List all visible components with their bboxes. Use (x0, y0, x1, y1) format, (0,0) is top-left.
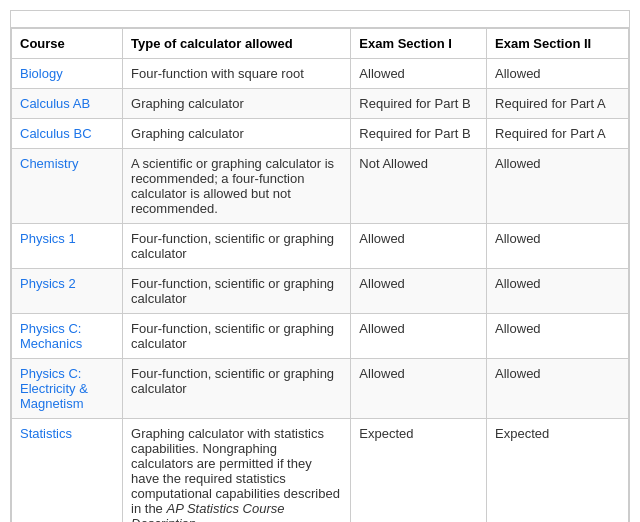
table-row: StatisticsGraphing calculator with stati… (12, 419, 629, 523)
table-row: Physics 2Four-function, scientific or gr… (12, 269, 629, 314)
cell-sec2: Required for Part A (487, 119, 629, 149)
cell-type: Graphing calculator (123, 89, 351, 119)
cell-course: Calculus AB (12, 89, 123, 119)
table-body: BiologyFour-function with square rootAll… (12, 59, 629, 523)
cell-course: Physics C: Electricity & Magnetism (12, 359, 123, 419)
courses-table: Course Type of calculator allowed Exam S… (11, 28, 629, 522)
italic-text: AP Statistics Course Description. (131, 501, 284, 522)
cell-course: Statistics (12, 419, 123, 523)
cell-course: Chemistry (12, 149, 123, 224)
table-row: Calculus BCGraphing calculatorRequired f… (12, 119, 629, 149)
header-sec1: Exam Section I (351, 29, 487, 59)
course-link[interactable]: Physics 1 (20, 231, 76, 246)
course-link[interactable]: Chemistry (20, 156, 79, 171)
cell-type: Graphing calculator with statistics capa… (123, 419, 351, 523)
course-link[interactable]: Statistics (20, 426, 72, 441)
cell-sec1: Required for Part B (351, 119, 487, 149)
cell-sec2: Allowed (487, 269, 629, 314)
cell-sec1: Not Allowed (351, 149, 487, 224)
cell-sec1: Required for Part B (351, 89, 487, 119)
cell-course: Biology (12, 59, 123, 89)
course-link[interactable]: Calculus AB (20, 96, 90, 111)
course-link[interactable]: Physics C: Electricity & Magnetism (20, 366, 88, 411)
table-row: Physics 1Four-function, scientific or gr… (12, 224, 629, 269)
course-link[interactable]: Physics 2 (20, 276, 76, 291)
table-row: Physics C: Electricity & MagnetismFour-f… (12, 359, 629, 419)
table-row: Calculus ABGraphing calculatorRequired f… (12, 89, 629, 119)
cell-type: Four-function, scientific or graphing ca… (123, 269, 351, 314)
course-link[interactable]: Calculus BC (20, 126, 92, 141)
cell-sec2: Allowed (487, 359, 629, 419)
cell-sec1: Allowed (351, 59, 487, 89)
cell-sec1: Expected (351, 419, 487, 523)
cell-type: Four-function, scientific or graphing ca… (123, 359, 351, 419)
main-container: Course Type of calculator allowed Exam S… (10, 10, 630, 522)
cell-sec1: Allowed (351, 269, 487, 314)
header-sec2: Exam Section II (487, 29, 629, 59)
cell-sec2: Allowed (487, 314, 629, 359)
cell-sec2: Required for Part A (487, 89, 629, 119)
header-type: Type of calculator allowed (123, 29, 351, 59)
table-row: BiologyFour-function with square rootAll… (12, 59, 629, 89)
header-course: Course (12, 29, 123, 59)
cell-sec2: Allowed (487, 59, 629, 89)
cell-type: Four-function, scientific or graphing ca… (123, 224, 351, 269)
table-title (11, 11, 629, 28)
cell-sec1: Allowed (351, 359, 487, 419)
header-row: Course Type of calculator allowed Exam S… (12, 29, 629, 59)
cell-course: Calculus BC (12, 119, 123, 149)
cell-sec2: Allowed (487, 224, 629, 269)
cell-type: Four-function, scientific or graphing ca… (123, 314, 351, 359)
cell-course: Physics C: Mechanics (12, 314, 123, 359)
table-row: Physics C: MechanicsFour-function, scien… (12, 314, 629, 359)
cell-course: Physics 1 (12, 224, 123, 269)
cell-sec2: Allowed (487, 149, 629, 224)
table-row: ChemistryA scientific or graphing calcul… (12, 149, 629, 224)
cell-type: Four-function with square root (123, 59, 351, 89)
course-link[interactable]: Biology (20, 66, 63, 81)
cell-type: Graphing calculator (123, 119, 351, 149)
course-link[interactable]: Physics C: Mechanics (20, 321, 82, 351)
cell-sec2: Expected (487, 419, 629, 523)
cell-course: Physics 2 (12, 269, 123, 314)
cell-sec1: Allowed (351, 314, 487, 359)
cell-type: A scientific or graphing calculator is r… (123, 149, 351, 224)
cell-sec1: Allowed (351, 224, 487, 269)
